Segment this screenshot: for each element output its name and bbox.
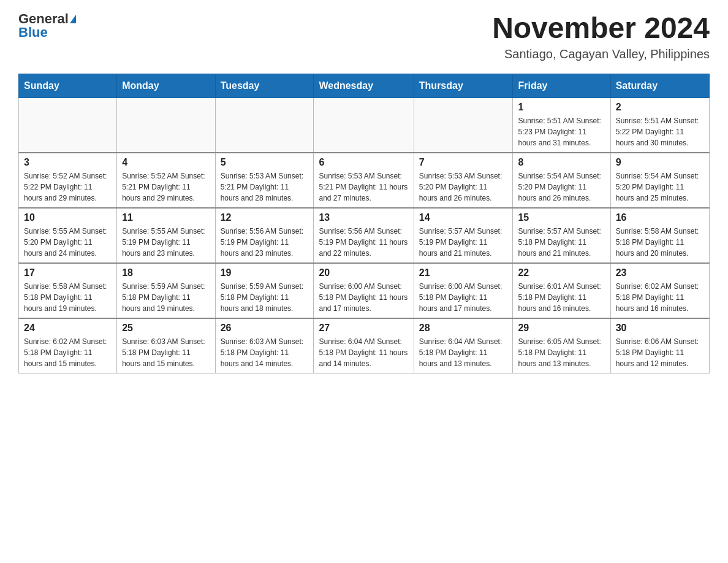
day-number: 8 — [518, 157, 605, 168]
calendar-cell: 6Sunrise: 5:53 AM Sunset: 5:21 PM Daylig… — [314, 153, 414, 208]
day-number: 7 — [419, 157, 508, 168]
day-info: Sunrise: 5:58 AM Sunset: 5:18 PM Dayligh… — [616, 226, 704, 259]
calendar-week-row: 10Sunrise: 5:55 AM Sunset: 5:20 PM Dayli… — [19, 208, 710, 263]
day-number: 9 — [616, 157, 704, 168]
calendar-cell: 12Sunrise: 5:56 AM Sunset: 5:19 PM Dayli… — [215, 208, 314, 263]
day-number: 3 — [24, 157, 112, 168]
day-info: Sunrise: 6:04 AM Sunset: 5:18 PM Dayligh… — [419, 336, 508, 369]
day-number: 16 — [616, 212, 704, 223]
calendar-week-row: 1Sunrise: 5:51 AM Sunset: 5:23 PM Daylig… — [19, 98, 710, 153]
day-info: Sunrise: 5:55 AM Sunset: 5:20 PM Dayligh… — [24, 226, 112, 259]
calendar-cell — [215, 98, 314, 153]
day-number: 30 — [616, 323, 704, 334]
day-number: 21 — [419, 267, 508, 278]
calendar-cell — [314, 98, 414, 153]
day-info: Sunrise: 5:53 AM Sunset: 5:20 PM Dayligh… — [419, 170, 508, 204]
calendar-cell: 1Sunrise: 5:51 AM Sunset: 5:23 PM Daylig… — [513, 98, 610, 153]
calendar-cell: 26Sunrise: 6:03 AM Sunset: 5:18 PM Dayli… — [215, 318, 314, 373]
day-number: 10 — [24, 212, 112, 223]
day-number: 18 — [122, 267, 210, 278]
calendar-cell: 10Sunrise: 5:55 AM Sunset: 5:20 PM Dayli… — [19, 208, 117, 263]
day-info: Sunrise: 5:55 AM Sunset: 5:19 PM Dayligh… — [122, 226, 210, 259]
logo-general-text: General — [18, 12, 69, 26]
page-header: General Blue November 2024 Santiago, Cag… — [18, 12, 710, 61]
day-number: 28 — [419, 323, 508, 334]
day-info: Sunrise: 5:59 AM Sunset: 5:18 PM Dayligh… — [122, 281, 210, 314]
month-title: November 2024 — [492, 12, 710, 45]
calendar-cell: 30Sunrise: 6:06 AM Sunset: 5:18 PM Dayli… — [610, 318, 709, 373]
calendar-cell: 8Sunrise: 5:54 AM Sunset: 5:20 PM Daylig… — [513, 153, 610, 208]
header-wednesday: Wednesday — [314, 74, 414, 98]
day-number: 6 — [319, 157, 408, 168]
day-info: Sunrise: 5:53 AM Sunset: 5:21 PM Dayligh… — [319, 170, 408, 204]
calendar-header-row: SundayMondayTuesdayWednesdayThursdayFrid… — [19, 74, 710, 98]
calendar-cell: 4Sunrise: 5:52 AM Sunset: 5:21 PM Daylig… — [117, 153, 215, 208]
day-info: Sunrise: 5:58 AM Sunset: 5:18 PM Dayligh… — [24, 281, 112, 314]
calendar-cell: 16Sunrise: 5:58 AM Sunset: 5:18 PM Dayli… — [610, 208, 709, 263]
day-info: Sunrise: 6:02 AM Sunset: 5:18 PM Dayligh… — [616, 281, 704, 314]
calendar-cell: 3Sunrise: 5:52 AM Sunset: 5:22 PM Daylig… — [19, 153, 117, 208]
day-info: Sunrise: 5:52 AM Sunset: 5:22 PM Dayligh… — [24, 170, 112, 204]
day-info: Sunrise: 6:00 AM Sunset: 5:18 PM Dayligh… — [419, 281, 508, 314]
calendar-cell: 22Sunrise: 6:01 AM Sunset: 5:18 PM Dayli… — [513, 263, 610, 318]
day-info: Sunrise: 6:04 AM Sunset: 5:18 PM Dayligh… — [319, 336, 408, 369]
day-info: Sunrise: 5:56 AM Sunset: 5:19 PM Dayligh… — [319, 226, 408, 259]
day-number: 27 — [319, 323, 408, 334]
day-info: Sunrise: 5:57 AM Sunset: 5:19 PM Dayligh… — [419, 226, 508, 259]
day-info: Sunrise: 5:51 AM Sunset: 5:22 PM Dayligh… — [616, 115, 704, 148]
day-info: Sunrise: 6:03 AM Sunset: 5:18 PM Dayligh… — [221, 336, 309, 369]
header-tuesday: Tuesday — [215, 74, 314, 98]
logo: General Blue — [18, 12, 76, 39]
day-info: Sunrise: 6:06 AM Sunset: 5:18 PM Dayligh… — [616, 336, 704, 369]
day-number: 24 — [24, 323, 112, 334]
day-info: Sunrise: 6:00 AM Sunset: 5:18 PM Dayligh… — [319, 281, 408, 314]
title-block: November 2024 Santiago, Cagayan Valley, … — [492, 12, 710, 61]
calendar-cell: 17Sunrise: 5:58 AM Sunset: 5:18 PM Dayli… — [19, 263, 117, 318]
day-number: 14 — [419, 212, 508, 223]
calendar-week-row: 17Sunrise: 5:58 AM Sunset: 5:18 PM Dayli… — [19, 263, 710, 318]
logo-blue-text: Blue — [18, 26, 48, 39]
day-info: Sunrise: 5:56 AM Sunset: 5:19 PM Dayligh… — [221, 226, 309, 259]
calendar-cell: 20Sunrise: 6:00 AM Sunset: 5:18 PM Dayli… — [314, 263, 414, 318]
calendar-cell: 18Sunrise: 5:59 AM Sunset: 5:18 PM Dayli… — [117, 263, 215, 318]
calendar-cell: 24Sunrise: 6:02 AM Sunset: 5:18 PM Dayli… — [19, 318, 117, 373]
day-info: Sunrise: 5:54 AM Sunset: 5:20 PM Dayligh… — [616, 170, 704, 204]
day-number: 25 — [122, 323, 210, 334]
logo-triangle-icon — [70, 15, 76, 23]
header-monday: Monday — [117, 74, 215, 98]
day-number: 23 — [616, 267, 704, 278]
calendar-cell: 25Sunrise: 6:03 AM Sunset: 5:18 PM Dayli… — [117, 318, 215, 373]
day-number: 12 — [221, 212, 309, 223]
day-number: 2 — [616, 102, 704, 113]
location-title: Santiago, Cagayan Valley, Philippines — [492, 47, 710, 61]
day-info: Sunrise: 5:51 AM Sunset: 5:23 PM Dayligh… — [518, 115, 605, 148]
day-number: 17 — [24, 267, 112, 278]
day-number: 22 — [518, 267, 605, 278]
calendar-cell: 21Sunrise: 6:00 AM Sunset: 5:18 PM Dayli… — [414, 263, 513, 318]
day-info: Sunrise: 6:03 AM Sunset: 5:18 PM Dayligh… — [122, 336, 210, 369]
calendar-cell: 5Sunrise: 5:53 AM Sunset: 5:21 PM Daylig… — [215, 153, 314, 208]
header-sunday: Sunday — [19, 74, 117, 98]
day-info: Sunrise: 5:54 AM Sunset: 5:20 PM Dayligh… — [518, 170, 605, 204]
calendar-cell: 13Sunrise: 5:56 AM Sunset: 5:19 PM Dayli… — [314, 208, 414, 263]
day-info: Sunrise: 5:59 AM Sunset: 5:18 PM Dayligh… — [221, 281, 309, 314]
calendar-cell — [117, 98, 215, 153]
day-info: Sunrise: 6:01 AM Sunset: 5:18 PM Dayligh… — [518, 281, 605, 314]
day-number: 26 — [221, 323, 309, 334]
header-thursday: Thursday — [414, 74, 513, 98]
day-number: 15 — [518, 212, 605, 223]
calendar-cell: 29Sunrise: 6:05 AM Sunset: 5:18 PM Dayli… — [513, 318, 610, 373]
calendar-cell: 15Sunrise: 5:57 AM Sunset: 5:18 PM Dayli… — [513, 208, 610, 263]
day-number: 1 — [518, 102, 605, 113]
day-info: Sunrise: 5:52 AM Sunset: 5:21 PM Dayligh… — [122, 170, 210, 204]
calendar-cell: 19Sunrise: 5:59 AM Sunset: 5:18 PM Dayli… — [215, 263, 314, 318]
calendar-cell: 9Sunrise: 5:54 AM Sunset: 5:20 PM Daylig… — [610, 153, 709, 208]
calendar-cell: 14Sunrise: 5:57 AM Sunset: 5:19 PM Dayli… — [414, 208, 513, 263]
calendar-cell — [414, 98, 513, 153]
day-info: Sunrise: 5:53 AM Sunset: 5:21 PM Dayligh… — [221, 170, 309, 204]
calendar-week-row: 3Sunrise: 5:52 AM Sunset: 5:22 PM Daylig… — [19, 153, 710, 208]
header-friday: Friday — [513, 74, 610, 98]
header-saturday: Saturday — [610, 74, 709, 98]
day-number: 4 — [122, 157, 210, 168]
calendar-cell: 27Sunrise: 6:04 AM Sunset: 5:18 PM Dayli… — [314, 318, 414, 373]
